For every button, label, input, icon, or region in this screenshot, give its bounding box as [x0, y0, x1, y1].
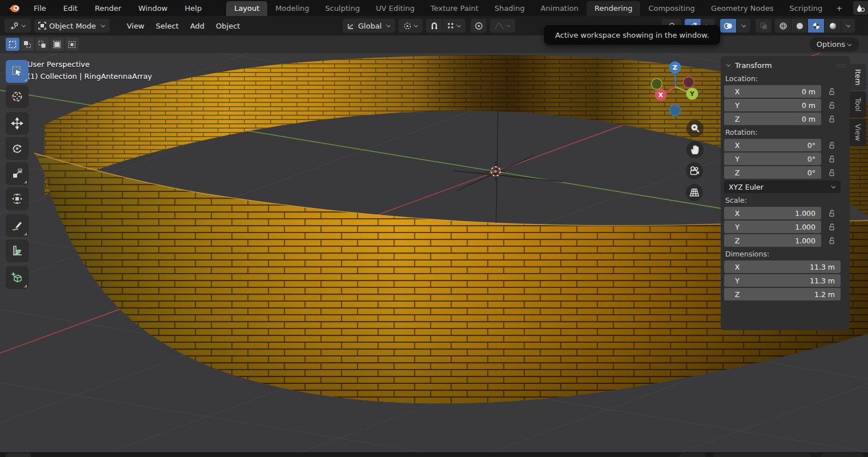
overlays-settings-dropdown[interactable]: [737, 19, 750, 33]
tool-rotate[interactable]: [6, 137, 29, 160]
camera-view-button[interactable]: [686, 162, 703, 179]
mode-dropdown[interactable]: Object Mode: [34, 19, 110, 33]
lock-icon[interactable]: [828, 101, 836, 109]
gizmo-axis-neg-x[interactable]: [684, 77, 694, 88]
scale-z-field[interactable]: Z 1.000: [724, 234, 821, 247]
transform-panel-header[interactable]: Transform ::::: [724, 59, 846, 71]
scale-x-row: X 1.000: [724, 207, 846, 219]
tool-cursor[interactable]: [6, 85, 29, 108]
select-mode-invert[interactable]: [50, 38, 64, 51]
rotation-z-field[interactable]: Z 0°: [724, 166, 821, 179]
snap-toggle-button[interactable]: [426, 19, 442, 33]
tool-add-cube[interactable]: [6, 266, 29, 289]
lock-icon[interactable]: [828, 223, 836, 231]
gizmo-axis-neg-y[interactable]: [652, 79, 662, 90]
menu-object[interactable]: Object: [210, 22, 246, 30]
tab-animation[interactable]: Animation: [533, 1, 586, 16]
shading-material-preview-button[interactable]: [808, 19, 824, 33]
proportional-falloff-dropdown[interactable]: [490, 19, 515, 33]
tab-modeling[interactable]: Modeling: [267, 1, 317, 16]
menu-edit[interactable]: Edit: [55, 0, 86, 16]
rotation-x-field[interactable]: X 0°: [724, 139, 821, 151]
location-y-field[interactable]: Y 0 m: [724, 99, 821, 111]
rotation-y-field[interactable]: Y 0°: [724, 153, 821, 165]
tab-geometry-nodes[interactable]: Geometry Nodes: [703, 1, 782, 16]
transform-panel: Transform :::: Location: X 0 m Y 0 m: [721, 56, 850, 330]
dimensions-x-field[interactable]: X 11.3 m: [724, 260, 841, 273]
proportional-editing-button[interactable]: [471, 19, 487, 33]
tab-texture-paint[interactable]: Texture Paint: [423, 1, 487, 16]
shading-mode-group: [775, 19, 855, 33]
show-overlays-toggle[interactable]: [720, 19, 736, 33]
pivot-point-dropdown[interactable]: [399, 19, 423, 33]
editor-type-dropdown[interactable]: [5, 19, 31, 33]
perspective-toggle-button[interactable]: [686, 184, 703, 201]
sidebar-tab-tool[interactable]: Tool: [850, 91, 866, 118]
tab-compositing[interactable]: Compositing: [640, 1, 703, 16]
scale-y-field[interactable]: Y 1.000: [724, 221, 821, 233]
gizmo-axis-z[interactable]: Z: [669, 62, 681, 74]
menu-select[interactable]: Select: [150, 22, 184, 30]
status-bar-left-pill[interactable]: [6, 453, 31, 457]
tool-move[interactable]: [6, 112, 29, 135]
rotation-mode-dropdown[interactable]: XYZ Euler: [724, 181, 841, 193]
select-mode-new[interactable]: [6, 38, 19, 51]
options-button[interactable]: Options: [810, 37, 859, 51]
gizmo-axis-x[interactable]: X: [655, 89, 667, 101]
gizmo-axis-y[interactable]: Y: [686, 88, 698, 100]
viewport-3d[interactable]: User Perspective (1) Collection | RingAn…: [0, 53, 868, 452]
add-workspace-button[interactable]: +: [830, 1, 848, 16]
tool-transform[interactable]: [6, 187, 29, 210]
scale-z-row: Z 1.000: [724, 234, 846, 247]
transform-orientation-dropdown[interactable]: Global: [343, 19, 395, 33]
lock-icon[interactable]: [828, 209, 836, 217]
shading-rendered-button[interactable]: [825, 19, 841, 33]
select-mode-subtract[interactable]: [35, 38, 49, 51]
menu-file[interactable]: File: [25, 0, 55, 16]
shading-solid-button[interactable]: [791, 19, 807, 33]
tool-scale[interactable]: [6, 162, 29, 185]
rotation-label: Rotation:: [725, 128, 845, 137]
xray-toggle[interactable]: [756, 19, 771, 33]
dimensions-z-field[interactable]: Z 1.2 m: [724, 288, 841, 300]
menu-render[interactable]: Render: [86, 0, 130, 16]
select-mode-intersect[interactable]: [65, 38, 79, 51]
snap-settings-dropdown[interactable]: [443, 19, 465, 33]
sidebar-tab-item[interactable]: Item: [850, 64, 866, 90]
lock-icon[interactable]: [828, 155, 836, 163]
lock-icon[interactable]: [828, 115, 836, 123]
menu-help[interactable]: Help: [176, 0, 211, 16]
sidebar-tab-view[interactable]: View: [850, 119, 866, 146]
lock-icon[interactable]: [828, 236, 836, 244]
lock-icon[interactable]: [828, 141, 836, 149]
menu-window[interactable]: Window: [130, 0, 176, 16]
tool-annotate[interactable]: [6, 214, 29, 237]
menu-view[interactable]: View: [121, 22, 150, 30]
pivot-icon: [403, 22, 412, 30]
tool-select-box[interactable]: [6, 60, 29, 83]
select-mode-extend[interactable]: [21, 38, 34, 51]
tab-rendering[interactable]: Rendering: [586, 1, 640, 16]
scale-x-field[interactable]: X 1.000: [724, 207, 821, 219]
zoom-view-button[interactable]: [686, 120, 704, 137]
location-label: Location:: [725, 74, 845, 83]
lock-icon[interactable]: [828, 87, 836, 95]
shading-wireframe-button[interactable]: [775, 19, 791, 33]
pan-view-button[interactable]: [686, 141, 704, 158]
menu-add[interactable]: Add: [184, 22, 210, 30]
tab-sculpting[interactable]: Sculpting: [317, 1, 368, 16]
location-x-field[interactable]: X 0 m: [724, 85, 821, 98]
dimensions-y-field[interactable]: Y 11.3 m: [724, 274, 841, 287]
panel-drag-dots-icon[interactable]: ::::: [837, 62, 846, 69]
scene-icon-button[interactable]: [853, 1, 868, 15]
lock-icon[interactable]: [828, 169, 836, 177]
gizmo-axis-neg-z[interactable]: [670, 105, 681, 116]
tab-layout[interactable]: Layout: [226, 1, 267, 16]
navigation-gizmo[interactable]: Z X Y: [644, 55, 708, 118]
tab-shading[interactable]: Shading: [487, 1, 533, 16]
shading-settings-dropdown[interactable]: [841, 19, 855, 33]
location-z-field[interactable]: Z 0 m: [724, 113, 821, 125]
tab-uv-editing[interactable]: UV Editing: [368, 1, 423, 16]
tab-scripting[interactable]: Scripting: [782, 1, 831, 16]
tool-measure[interactable]: [6, 239, 29, 262]
